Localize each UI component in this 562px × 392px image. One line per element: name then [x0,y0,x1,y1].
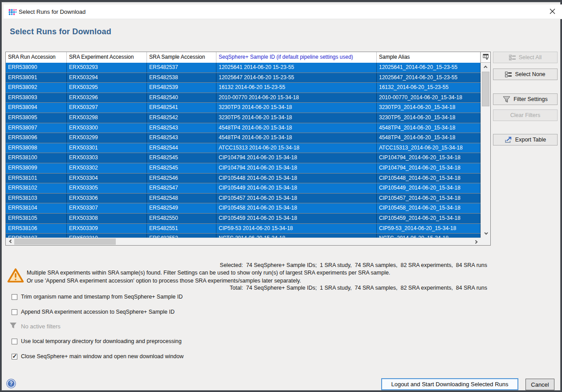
logout-and-download-button[interactable]: Logout and Start Downloading Selected Ru… [381,378,518,390]
scroll-left-icon[interactable] [7,238,14,245]
table-row[interactable]: ERR538106ERX503309ERS482551CIP59-53 2014… [6,224,481,234]
filter-inactive-icon [9,322,17,330]
column-header[interactable]: Sample Alias [377,52,481,63]
table-row[interactable]: ERR538093ERX503296ERS4825402010-00770 20… [6,93,481,103]
table-row[interactable]: ERR538105ERX503308ERS482550CIP105459 201… [6,214,481,224]
horizontal-scrollbar[interactable] [6,238,481,245]
table-cell: 4548TP4 2014-06-20 15-34-18 [216,123,377,133]
table-row[interactable]: ERR538101ERX503304ERS482546CIP105448 201… [6,174,481,184]
select-none-icon [505,72,512,77]
column-header[interactable]: SRA Run Accession [6,52,67,63]
table-row[interactable]: ERR538107ERX503310ERS482552NCTC 2014-06-… [6,234,481,238]
table-cell: ERR538095 [6,113,67,123]
select-runs-dialog: Select Runs for Download Select Runs for… [1,2,561,391]
scroll-up-icon[interactable] [481,64,490,71]
button-label: Clear Filters [510,112,540,118]
filter-icon [503,96,510,103]
horizontal-scrollbar-thumb[interactable] [14,238,116,245]
table-cell: ERX503302 [67,163,147,173]
option-label: Trim organism name and timestamp from Se… [21,294,183,300]
page-title: Select Runs for Download [10,27,111,36]
filter-settings-button[interactable]: Filter Settings [493,93,558,105]
table-cell: ERR538093 [6,93,67,103]
table-cell: 3230TP3_2014-06-20_15-34-18 [377,103,481,113]
app-icon [8,9,17,17]
option-close-main-window[interactable]: Close SeqSphere+ main window and open ne… [12,353,183,360]
column-header[interactable]: SRA Sample Accession [147,52,216,63]
table-cell: ERR538100 [6,153,67,163]
table-cell: ERS482552 [147,234,216,238]
table-cell: ERS482540 [147,93,216,103]
table-cell: ERR538103 [6,194,67,203]
table-row[interactable]: ERR538095ERX503298ERS4825423230TP5 2014-… [6,113,481,123]
select-none-button[interactable]: Select None [493,69,558,80]
table-row[interactable]: ERR538090ERX503293ERS48253712025641 2014… [6,63,481,73]
option-local-temp-dir[interactable]: Use local temporary directory for downlo… [12,338,182,344]
table-cell: ERX503295 [67,83,147,93]
table-cell: ERR538099 [6,163,67,173]
table-row[interactable]: ERR538096ERX503299ERS4825434548TP4 2014-… [6,133,481,143]
column-header[interactable]: SeqSphere+ Sample ID (if default pipelin… [216,52,377,63]
table-row[interactable]: ERR538092ERX503295ERS48253916132 2014-06… [6,83,481,93]
table-cell: ERX503303 [67,153,147,163]
table-cell: ERX503308 [67,214,147,223]
table-row[interactable]: ERR538097ERX503300ERS4825434548TP4 2014-… [6,123,481,133]
option-append-accession[interactable]: Append SRA experiment accession to SeqSp… [12,309,175,315]
table-cell: CIP105458 2014-06-20 15-34-18 [216,203,377,213]
table-cell: ERS482549 [147,203,216,213]
table-row[interactable]: ERR538099ERX503302ERS482545CIP104794 201… [6,163,481,174]
option-label: Use local temporary directory for downlo… [21,338,182,344]
option-trim-sample-id[interactable]: Trim organism name and timestamp from Se… [12,294,183,300]
cancel-button[interactable]: Cancel [525,379,554,390]
clear-filters-button[interactable]: Clear Filters [493,109,558,121]
status-total: Total: 74 SeqSphere+ Sample IDs; 1 SRA s… [220,284,487,292]
table-cell: ERX503306 [67,194,147,203]
help-icon: ? [6,383,16,390]
filter-status: No active filters [9,322,61,330]
table-row[interactable]: ERR538091ERX503294ERS48253812025647 2014… [6,73,481,83]
table-cell: CIP104794 2014-06-20 15-34-18 [216,153,377,163]
table-cell: 4548TP4 2014-06-20 15-34-18 [216,133,377,143]
table-row[interactable]: ERR538104ERX503307ERS482549CIP105458 201… [6,203,481,214]
select-all-button[interactable]: Select All [493,52,558,63]
table-cell: ERS482544 [147,143,216,153]
table-row[interactable]: ERR538102ERX503305ERS482547CIP105449 201… [6,183,481,194]
help-button[interactable]: ? [6,379,16,388]
table-cell: ERS482537 [147,63,216,73]
window-title: Select Runs for Download [19,4,86,19]
table-cell: ERX503296 [67,93,147,103]
table-cell: ERR538098 [6,143,67,153]
table-row[interactable]: ERR538100ERX503303ERS482545CIP104794 201… [6,153,481,163]
column-config-button[interactable] [481,52,490,63]
export-table-button[interactable]: Export Table [493,134,558,145]
table-cell: ERX503304 [67,174,147,183]
table-cell: CIP105459 2014-06-20 15-34-18 [216,214,377,223]
vertical-scrollbar[interactable] [481,63,490,238]
table-row[interactable]: ERR538103ERX503306ERS482548CIP105457 201… [6,194,481,204]
column-header[interactable]: SRA Experiment Accession [67,52,147,63]
side-panel: Select AllSelect NoneFilter SettingsClea… [493,52,558,145]
scroll-right-icon[interactable] [472,238,480,245]
table-cell: ERX503301 [67,143,147,153]
close-main-window-checkbox[interactable] [12,354,17,360]
table-cell: CIP105449_2014-06-20_15-34-18 [377,183,481,193]
vertical-scrollbar-thumb[interactable] [482,72,489,106]
title-bar: Select Runs for Download [4,4,562,19]
table-cell: ERS482545 [147,153,216,163]
option-label: Close SeqSphere+ main window and open ne… [21,353,183,360]
table-row[interactable]: ERR538094ERX503297ERS4825413230TP3 2014-… [6,103,481,113]
scroll-down-icon[interactable] [481,230,490,237]
button-label: Select None [515,71,545,77]
append-accession-checkbox[interactable] [12,309,17,315]
close-icon [550,8,555,16]
button-label: Filter Settings [513,96,547,102]
close-button[interactable] [543,4,561,19]
table-cell: ERR538090 [6,63,67,73]
trim-sample-id-checkbox[interactable] [12,294,17,300]
table-cell: ERX503293 [67,63,147,73]
table-cell: ERR538104 [6,203,67,213]
local-temp-dir-checkbox[interactable] [12,339,17,344]
table-cell: 3230TP5 2014-06-20 15-34-18 [216,113,377,123]
table-row[interactable]: ERR538098ERX503301ERS482544ATCC15313 201… [6,143,481,154]
table-cell: ERR538106 [6,224,67,234]
